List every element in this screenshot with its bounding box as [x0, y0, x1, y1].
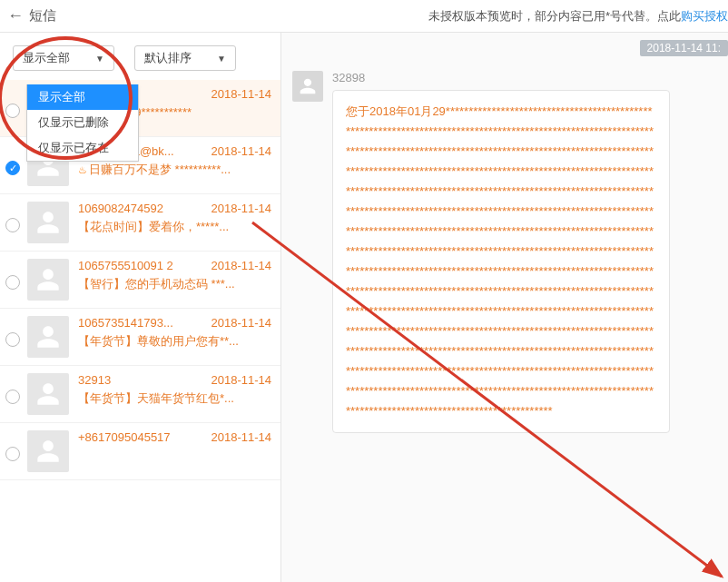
avatar — [27, 316, 69, 358]
flame-icon: ♨ — [78, 164, 87, 175]
select-radio[interactable] — [5, 275, 20, 290]
list-item[interactable]: +8617095045517 2018-11-14 — [0, 423, 280, 480]
message-date: 2018-11-14 — [212, 430, 272, 444]
sender-label: 32913 — [78, 373, 111, 387]
message-date: 2018-11-14 — [212, 259, 272, 272]
sender-label: 1065735141793... — [78, 316, 173, 330]
select-radio[interactable] — [5, 161, 20, 175]
chevron-down-icon: ▼ — [217, 54, 226, 64]
filter-option-deleted[interactable]: 仅显示已删除 — [27, 110, 138, 135]
list-item-body: 1065735141793... 2018-11-14 【年货节】尊敬的用户您有… — [78, 316, 271, 350]
top-bar: ← 短信 未授权版本预览时，部分内容已用*号代替。点此购买授权 — [0, 0, 728, 33]
detail-date-badge: 2018-11-14 11: — [640, 40, 728, 56]
sender-label: +8617095045517 — [78, 430, 171, 444]
list-item-body: 32913 2018-11-14 【年货节】天猫年货节红包*... — [78, 373, 271, 407]
auth-notice: 未授权版本预览时，部分内容已用*号代替。点此购买授权 — [428, 0, 728, 33]
message-date: 2018-11-14 — [212, 87, 272, 101]
filter-option-existing[interactable]: 仅显示已存在 — [27, 135, 138, 161]
select-radio[interactable] — [5, 332, 20, 347]
message-date: 2018-11-14 — [212, 202, 272, 215]
filter-option-all[interactable]: 显示全部 — [27, 84, 138, 110]
sender-label: 1069082474592 — [78, 202, 163, 215]
select-radio[interactable] — [5, 218, 20, 232]
sort-select[interactable]: 默认排序 ▼ — [134, 45, 236, 71]
list-item-body: 1065755510091 2 2018-11-14 【智行】您的手机动态码 *… — [78, 259, 271, 292]
filter-row: 显示全部 ▼ 显示全部 仅显示已删除 仅显示已存在 默认排序 ▼ — [0, 33, 280, 80]
list-item[interactable]: 1069082474592 2018-11-14 【花点时间】爱着你，*****… — [0, 194, 280, 252]
display-filter-dropdown: 显示全部 仅显示已删除 仅显示已存在 — [26, 84, 139, 162]
sort-select-label: 默认排序 — [144, 50, 192, 66]
message-date: 2018-11-14 — [212, 373, 272, 387]
list-item[interactable]: 1065755510091 2 2018-11-14 【智行】您的手机动态码 *… — [0, 252, 280, 309]
buy-license-link[interactable]: 购买授权 — [681, 9, 728, 23]
detail-pane: 2018-11-14 11: 32898 您于2018年01月29*******… — [281, 33, 728, 582]
avatar — [27, 430, 69, 472]
message-preview: ♨日赚百万不是梦 **********... — [78, 162, 260, 178]
avatar — [27, 259, 69, 301]
select-radio[interactable] — [5, 447, 20, 461]
message-preview: 【年货节】尊敬的用户您有**... — [78, 333, 260, 350]
list-item[interactable]: 32913 2018-11-14 【年货节】天猫年货节红包*... — [0, 366, 280, 423]
display-filter-label: 显示全部 — [23, 50, 70, 66]
avatar — [27, 202, 69, 243]
list-item-body: +8617095045517 2018-11-14 — [78, 430, 271, 448]
message-date: 2018-11-14 — [212, 144, 272, 158]
display-filter-select[interactable]: 显示全部 ▼ 显示全部 仅显示已删除 仅显示已存在 — [13, 45, 114, 71]
detail-sender: 32898 — [332, 71, 719, 84]
message-list-pane: 显示全部 ▼ 显示全部 仅显示已删除 仅显示已存在 默认排序 ▼ — [0, 33, 281, 582]
select-radio[interactable] — [5, 104, 20, 118]
message-body: 您于2018年01月29****************************… — [346, 102, 656, 421]
list-item-body: 1069082474592 2018-11-14 【花点时间】爱着你，*****… — [78, 202, 271, 235]
main-area: 显示全部 ▼ 显示全部 仅显示已删除 仅显示已存在 默认排序 ▼ — [0, 33, 728, 582]
list-item[interactable]: 1065735141793... 2018-11-14 【年货节】尊敬的用户您有… — [0, 309, 280, 366]
back-icon[interactable]: ← — [7, 6, 24, 25]
message-preview: 【年货节】天猫年货节红包*... — [78, 390, 260, 407]
message-preview: 【智行】您的手机动态码 ***... — [78, 276, 260, 292]
select-radio[interactable] — [5, 390, 20, 404]
avatar — [292, 71, 323, 102]
message-bubble: 您于2018年01月29****************************… — [332, 90, 670, 433]
sender-label: 1065755510091 2 — [78, 259, 173, 272]
avatar — [27, 373, 69, 415]
auth-notice-text: 未授权版本预览时，部分内容已用*号代替。点此 — [428, 9, 681, 23]
chevron-down-icon: ▼ — [95, 54, 104, 64]
message-preview: 【花点时间】爱着你，*****... — [78, 219, 260, 235]
message-date: 2018-11-14 — [212, 316, 272, 330]
detail-message: 32898 您于2018年01月29**********************… — [292, 71, 719, 433]
page-title: 短信 — [29, 7, 56, 25]
